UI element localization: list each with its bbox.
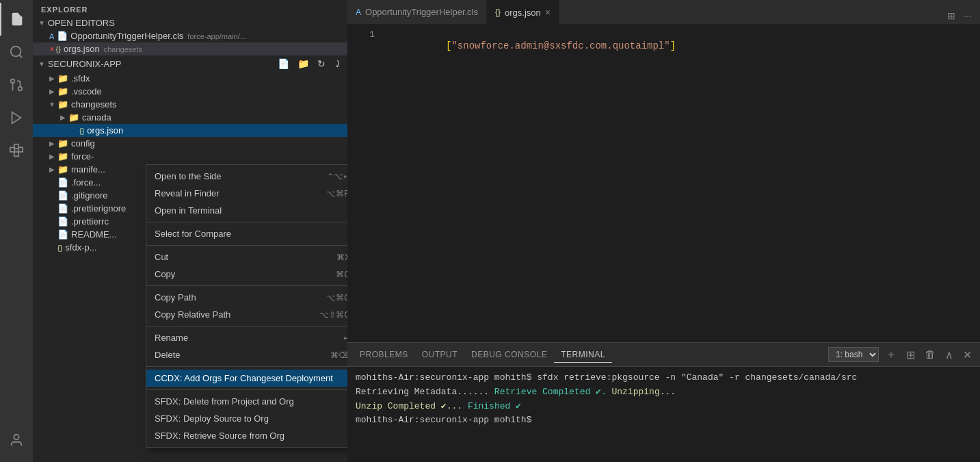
tab-terminal[interactable]: TERMINAL [554,347,612,363]
context-ccdx-add-orgs[interactable]: CCDX: Add Orgs For Changeset Deployment [146,370,347,387]
refresh-icon[interactable]: ↻ [315,57,328,70]
activity-bar [0,0,33,462]
open-editor-cls[interactable]: A 📄 OpportunityTriggerHelper.cls force-a… [33,29,347,42]
open-editors-section: ▼ OPEN EDITORS A 📄 OpportunityTriggerHel… [33,16,347,55]
context-open-terminal[interactable]: Open in Terminal [146,202,347,219]
context-cut-label: Cut [155,252,168,262]
context-open-side-shortcut: ⌃⌥↵ [327,172,347,181]
tab-debug[interactable]: DEBUG CONSOLE [464,347,554,362]
gitignore-label: .gitignore [71,190,107,201]
tab-terminal-label: TERMINAL [561,350,605,359]
context-copy-path-label: Copy Path [155,292,196,303]
force-app-label: force- [71,151,94,162]
source-control-icon[interactable] [0,68,33,101]
context-copy-rel-path-shortcut: ⌥⇧⌘C [319,310,347,320]
context-menu: Open to the Side ⌃⌥↵ Reveal in Finder ⌥⌘… [146,164,347,448]
editor-area: A OpportunityTriggerHelper.cls {} orgs.j… [347,0,980,462]
orgs-json-label: orgs.json [87,125,123,136]
open-file-cls-path: force-app/main/... [187,32,246,40]
terminal-tab-bar: PROBLEMS OUTPUT DEBUG CONSOLE TERMINAL 1… [347,343,980,367]
tree-item-orgs-json[interactable]: {} orgs.json [33,124,347,137]
tab-output-label: OUTPUT [422,350,458,359]
close-panel-icon[interactable]: ✕ [960,347,975,363]
manifest-label: manife... [71,164,105,175]
line-number-1: 1 [353,29,375,40]
tree-item-sfdx[interactable]: ▶ 📁 .sfdx [33,72,347,85]
separator-4 [146,326,347,326]
json-tab-close-icon[interactable]: × [545,7,551,18]
context-reveal-finder-label: Reveal in Finder [155,188,220,198]
svg-point-2 [18,87,23,91]
maximize-panel-icon[interactable]: ∧ [942,347,956,363]
context-reveal-finder-shortcut: ⌥⌘R [326,189,347,198]
context-copy-path-shortcut: ⌥⌘C [326,293,347,303]
context-sfdx-deploy[interactable]: SFDX: Deploy Source to Org [146,410,347,427]
tab-problems[interactable]: PROBLEMS [353,347,415,362]
context-copy[interactable]: Copy ⌘C [146,266,347,283]
separator-1 [146,222,347,222]
explorer-label: Explorer [33,0,347,16]
editor-content[interactable]: 1 ["snowforce.admin@sxsfdc.com.quotaimpl… [347,24,980,342]
debug-icon[interactable] [0,101,33,134]
context-cut[interactable]: Cut ⌘X [146,248,347,266]
terminal-line-2: Retrieving Metadata...... Retrieve Compl… [356,385,972,400]
tree-item-canada[interactable]: ▶ 📁 canada [33,111,347,124]
context-select-compare[interactable]: Select for Compare [146,225,347,242]
tree-item-changesets[interactable]: ▼ 📁 changesets [33,98,347,111]
svg-point-3 [11,79,15,84]
more-actions-icon[interactable]: ··· [961,8,975,24]
new-folder-icon[interactable]: 📁 [295,57,312,70]
context-copy-path[interactable]: Copy Path ⌥⌘C [146,289,347,306]
vscode-label: .vscode [71,86,102,97]
canada-label: canada [82,112,111,123]
open-file-cls-name: OpportunityTriggerHelper.cls [70,31,183,41]
terminal-line-1: mohiths-Air:securonix-app mohith$ sfdx r… [356,371,972,385]
split-terminal-icon[interactable]: ⊞ [903,347,918,363]
sfdx-project-label: sfdx-p... [65,242,96,253]
context-open-side[interactable]: Open to the Side ⌃⌥↵ [146,168,347,185]
tree-item-config[interactable]: ▶ 📁 config [33,137,347,150]
terminal-line-3: Unzip Completed ✔... Finished ✔ [356,400,972,414]
extensions-icon[interactable] [0,134,33,167]
tab-json[interactable]: {} orgs.json × [487,0,559,24]
svg-point-0 [11,47,21,57]
tab-problems-label: PROBLEMS [360,350,408,359]
account-icon[interactable] [0,424,33,457]
open-file-json-name: orgs.json [64,44,100,54]
collapse-all-icon[interactable]: ⤸ [331,57,345,70]
context-copy-rel-path[interactable]: Copy Relative Path ⌥⇧⌘C [146,306,347,323]
context-rename[interactable]: Rename ↵ [146,329,347,346]
kill-terminal-icon[interactable]: 🗑 [922,347,938,362]
open-editor-json[interactable]: × {} orgs.json changesets [33,42,347,55]
context-delete-label: Delete [155,350,181,360]
project-header[interactable]: ▼ SECURONIX-APP 📄 📁 ↻ ⤸ [33,55,347,72]
context-open-terminal-label: Open in Terminal [155,205,222,216]
tab-output[interactable]: OUTPUT [415,347,464,362]
context-copy-shortcut: ⌘C [336,270,347,279]
sidebar: Explorer ▼ OPEN EDITORS A 📄 OpportunityT… [33,0,347,462]
open-editors-header[interactable]: ▼ OPEN EDITORS [33,16,347,29]
svg-line-1 [19,55,22,57]
files-icon[interactable] [0,3,33,36]
new-file-icon[interactable]: 📄 [275,57,292,70]
context-reveal-finder[interactable]: Reveal in Finder ⌥⌘R [146,185,347,202]
split-editor-icon[interactable]: ⊞ [944,8,958,24]
new-terminal-icon[interactable]: ＋ [883,346,899,363]
separator-3 [146,285,347,286]
tree-item-force-app[interactable]: ▶ 📁 force- [33,150,347,163]
main-layout: Explorer ▼ OPEN EDITORS A 📄 OpportunityT… [0,0,980,462]
tree-item-vscode[interactable]: ▶ 📁 .vscode [33,85,347,98]
context-delete[interactable]: Delete ⌘⌫ [146,346,347,363]
context-sfdx-delete[interactable]: SFDX: Delete from Project and Org [146,393,347,410]
context-rename-shortcut: ↵ [343,333,347,343]
tab-cls[interactable]: A OpportunityTriggerHelper.cls [347,0,487,24]
shell-selector[interactable]: 1: bash [828,347,879,362]
terminal-content[interactable]: mohiths-Air:securonix-app mohith$ sfdx r… [347,367,980,462]
project-name: SECURONIX-APP [48,59,122,69]
changesets-label: changesets [71,99,117,110]
context-sfdx-retrieve[interactable]: SFDX: Retrieve Source from Org [146,427,347,444]
cls-tab-label: OpportunityTriggerHelper.cls [365,7,478,17]
tab-actions: ⊞ ··· [944,8,980,24]
svg-rect-9 [14,152,18,156]
search-activity-icon[interactable] [0,36,33,68]
